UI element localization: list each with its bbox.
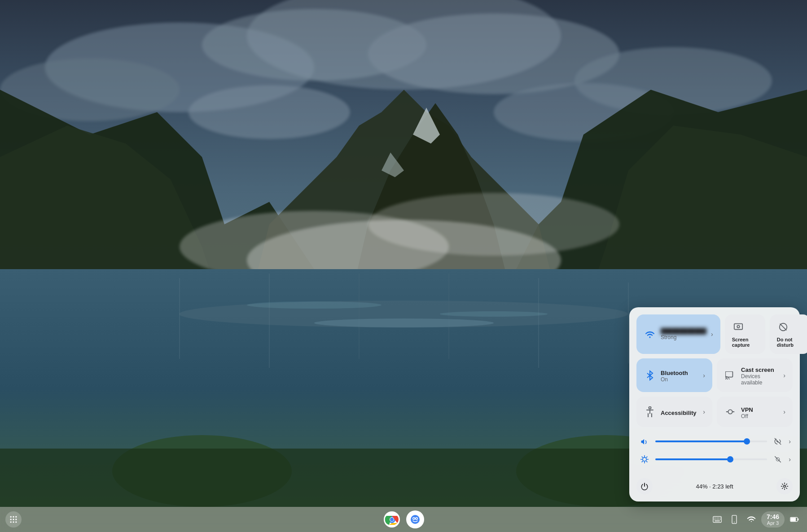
qs-row-3: Accessibility › VPN Off › [636,397,793,427]
do-not-disturb-icon [777,321,789,333]
svg-point-53 [10,521,12,523]
bluetooth-label: Bluetooth [661,370,698,376]
volume-expand-arrow[interactable]: › [789,438,791,445]
svg-rect-72 [715,519,716,520]
wifi-icon [644,328,656,340]
wifi-arrow[interactable]: › [711,331,713,338]
phone-tray-icon[interactable] [727,512,741,527]
vpn-arrow[interactable]: › [783,408,785,415]
svg-rect-66 [714,518,715,519]
brightness-expand-arrow[interactable]: › [789,456,791,463]
svg-point-7 [189,85,350,139]
svg-point-49 [15,516,17,518]
svg-point-47 [10,516,12,518]
svg-rect-67 [715,518,716,519]
svg-point-33 [314,318,494,327]
volume-end-icon[interactable] [772,435,784,448]
svg-rect-71 [714,519,715,520]
svg-rect-81 [791,518,796,521]
vpn-tile[interactable]: VPN Off › [717,397,793,427]
quick-settings-panel: ████████████ Strong › Screen capture [629,307,800,501]
svg-point-78 [734,522,735,523]
svg-point-43 [643,458,646,461]
vpn-tile-text: VPN Off [741,405,779,419]
bluetooth-sublabel: On [661,376,698,383]
svg-rect-35 [734,324,742,330]
svg-rect-69 [718,518,719,519]
assistant-app-icon[interactable] [405,510,425,529]
svg-rect-76 [715,521,720,522]
svg-line-45 [775,456,781,462]
svg-point-41 [649,407,651,409]
svg-rect-70 [720,518,721,519]
svg-point-32 [440,311,548,317]
svg-point-64 [416,518,417,519]
svg-line-38 [780,324,786,331]
brightness-icon [638,453,651,466]
svg-point-34 [649,337,651,338]
screen-capture-tile[interactable]: Screen capture [725,314,765,354]
battery-status: 44% · 2:23 left [696,483,733,490]
keyboard-tray-icon[interactable] [710,512,724,527]
network-tray-icon[interactable] [744,512,759,527]
svg-point-40 [725,379,726,379]
cast-screen-icon [724,369,737,382]
wifi-tile-text: ████████████ Strong [661,328,706,340]
accessibility-label: Accessibility [661,410,698,416]
svg-point-46 [784,485,786,488]
svg-rect-75 [720,519,721,520]
bluetooth-arrow[interactable]: › [703,372,705,379]
clock-time: 7:46 [767,513,779,520]
svg-point-63 [413,518,415,519]
vpn-label: VPN [741,406,779,413]
bluetooth-tile-text: Bluetooth On [661,368,698,383]
volume-track[interactable] [655,440,767,442]
cast-screen-tile-text: Cast screen Devices available [741,365,779,386]
vpn-sublabel: Off [741,413,779,419]
accessibility-tile[interactable]: Accessibility › [636,397,712,427]
cast-screen-tile[interactable]: Cast screen Devices available › [717,358,793,392]
vpn-icon [724,406,737,418]
taskbar: 7:46 Apr 3 [0,507,807,532]
taskbar-left [5,511,22,528]
svg-point-50 [10,519,12,520]
screen-capture-label: Screen capture [732,337,758,348]
cast-screen-sublabel: Devices available [741,373,779,386]
svg-rect-73 [717,519,718,520]
bluetooth-tile[interactable]: Bluetooth On › [636,358,712,392]
taskbar-center [382,510,425,529]
do-not-disturb-tile[interactable]: Do not disturb [770,314,807,354]
volume-slider-row: › [638,435,791,448]
cast-screen-label: Cast screen [741,366,779,373]
battery-tray-icon[interactable] [787,512,802,527]
chrome-app-icon[interactable] [382,510,402,529]
do-not-disturb-label: Do not disturb [777,337,803,348]
taskbar-right: 7:46 Apr 3 [710,511,802,528]
svg-point-36 [737,325,740,328]
svg-point-59 [390,518,394,521]
wifi-ssid: ████████████ [661,328,706,334]
svg-rect-74 [718,519,719,520]
launcher-button[interactable] [5,511,22,528]
clock-date: Apr 3 [767,520,779,526]
clock-area[interactable]: 7:46 Apr 3 [761,511,785,528]
cast-screen-arrow[interactable]: › [783,372,785,379]
wifi-tile[interactable]: ████████████ Strong › [636,314,720,354]
screen-capture-icon [732,321,745,333]
brightness-end-icon[interactable] [772,453,784,466]
power-button[interactable] [636,478,653,494]
svg-point-55 [15,521,17,523]
bluetooth-icon [644,369,656,382]
qs-row-2: Bluetooth On › Cast screen [636,358,793,392]
brightness-track[interactable] [655,458,767,460]
svg-rect-68 [717,518,718,519]
brightness-slider-row: › [638,453,791,466]
settings-button[interactable] [776,478,793,494]
accessibility-arrow[interactable]: › [703,408,705,415]
sliders-section: › › [636,432,793,475]
wifi-sublabel: Strong [661,334,706,340]
svg-rect-80 [798,519,798,521]
svg-point-48 [13,516,14,518]
svg-point-31 [247,301,382,309]
accessibility-tile-text: Accessibility [661,408,698,416]
